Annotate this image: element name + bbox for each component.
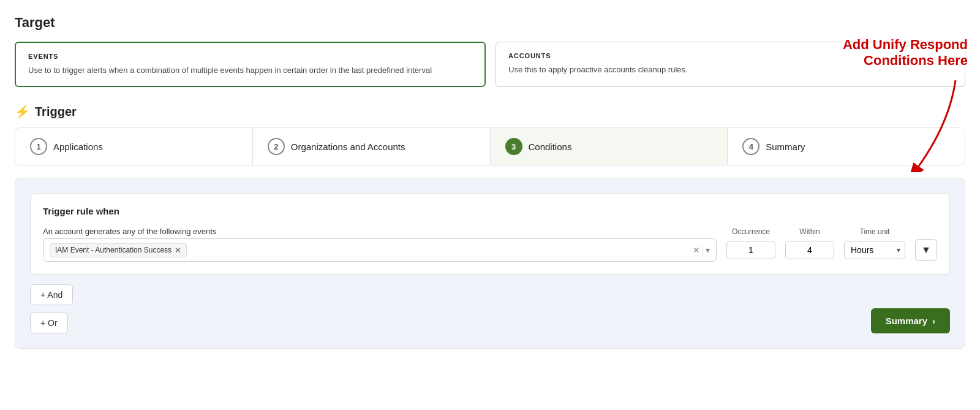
summary-chevron-icon: › xyxy=(932,316,935,326)
timeunit-header: Time unit xyxy=(844,226,905,236)
time-unit-wrapper: Hours Minutes Days xyxy=(844,241,905,259)
events-selector[interactable]: IAM Event - Authentication Success ✕ ✕ ▾ xyxy=(43,238,717,262)
events-card-title: EVENTS xyxy=(28,53,472,60)
step-circle-2: 2 xyxy=(268,138,285,155)
accounts-card-title: ACCOUNTS xyxy=(508,52,952,59)
occurrence-input[interactable] xyxy=(726,241,775,259)
event-tag-label: IAM Event - Authentication Success xyxy=(55,246,172,254)
and-button[interactable]: + And xyxy=(30,284,73,305)
step-label-summary: Summary xyxy=(766,142,805,152)
page-title: Target xyxy=(15,15,965,31)
accounts-card-desc: Use this to apply proactive accounts cle… xyxy=(508,64,952,75)
summary-button-label: Summary xyxy=(886,316,927,326)
main-content: Trigger rule when An account generates a… xyxy=(15,178,965,349)
step-circle-1: 1 xyxy=(30,138,47,155)
events-card[interactable]: EVENTS Use to to trigger alerts when a c… xyxy=(15,42,486,87)
or-button-label: + Or xyxy=(40,318,58,328)
and-section: + And xyxy=(30,284,950,305)
step-summary[interactable]: 4 Summary xyxy=(728,128,965,165)
events-card-desc: Use to to trigger alerts when a combinat… xyxy=(28,65,472,76)
step-organizations[interactable]: 2 Organizations and Accounts xyxy=(253,128,491,165)
within-header: Within xyxy=(785,226,834,236)
summary-button[interactable]: Summary › xyxy=(871,308,950,333)
target-cards-container: EVENTS Use to to trigger alerts when a c… xyxy=(15,42,965,87)
event-tag: IAM Event - Authentication Success ✕ xyxy=(50,243,187,257)
column-headers-row: An account generates any of the followin… xyxy=(43,226,937,236)
step-label-applications: Applications xyxy=(53,142,103,152)
accounts-card[interactable]: ACCOUNTS Use this to apply proactive acc… xyxy=(496,42,965,87)
clear-icon[interactable]: ✕ xyxy=(693,245,700,255)
or-button[interactable]: + Or xyxy=(30,313,68,333)
trigger-rule-title: Trigger rule when xyxy=(43,206,937,216)
event-tag-close[interactable]: ✕ xyxy=(175,246,181,255)
select-divider xyxy=(703,244,703,256)
condition-row: IAM Event - Authentication Success ✕ ✕ ▾… xyxy=(43,238,937,262)
step-circle-3: 3 xyxy=(505,138,522,155)
step-circle-4: 4 xyxy=(742,138,760,155)
filter-icon: ▼ xyxy=(921,245,931,256)
trigger-header: ⚡ Trigger xyxy=(15,104,965,119)
and-button-label: + And xyxy=(40,290,62,300)
within-input[interactable] xyxy=(785,241,834,259)
or-section: + Or xyxy=(30,313,950,333)
lightning-icon: ⚡ xyxy=(15,104,30,119)
occurrence-header: Occurrence xyxy=(726,226,775,236)
step-conditions[interactable]: 3 Conditions xyxy=(491,128,728,165)
step-applications[interactable]: 1 Applications xyxy=(15,128,253,165)
trigger-rule-card: Trigger rule when An account generates a… xyxy=(30,193,950,275)
trigger-label: Trigger xyxy=(35,105,77,119)
dropdown-chevron-icon[interactable]: ▾ xyxy=(706,245,710,255)
steps-nav: 1 Applications 2 Organizations and Accou… xyxy=(15,127,965,165)
select-controls: ✕ ▾ xyxy=(693,244,710,256)
step-label-organizations: Organizations and Accounts xyxy=(291,142,405,152)
time-unit-select[interactable]: Hours Minutes Days xyxy=(844,241,905,259)
condition-label: An account generates any of the followin… xyxy=(43,227,717,236)
step-label-conditions: Conditions xyxy=(529,142,572,152)
filter-button[interactable]: ▼ xyxy=(915,239,937,261)
